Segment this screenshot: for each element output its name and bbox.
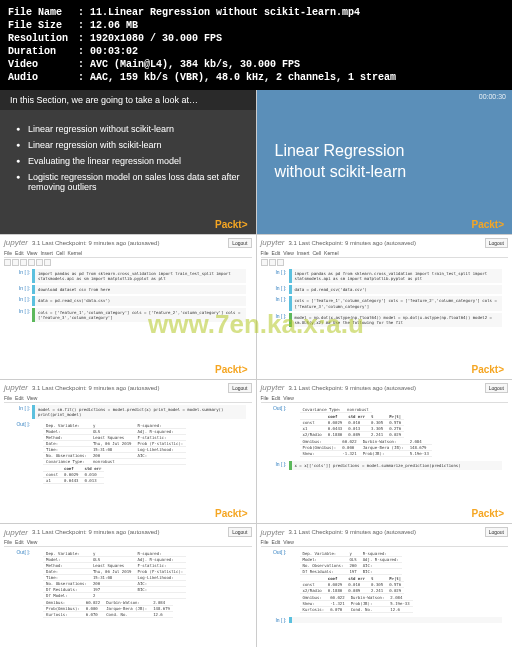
- code-cell[interactable]: In [ ]: model = sm.fit() predictions = m…: [10, 405, 246, 419]
- cell-body[interactable]: x = x[['cols']] predictions = model.summ…: [289, 461, 503, 470]
- menu-item[interactable]: Edit: [15, 539, 24, 545]
- output-cell: Out[ ]: Dep. Variable:yR-squared: Model:…: [10, 549, 246, 620]
- menu-item[interactable]: File: [4, 539, 12, 545]
- cell-prompt: In [ ]:: [10, 269, 32, 283]
- cell-body[interactable]: [289, 617, 503, 623]
- jupyter-header: jupyter 3.1 Last Checkpoint: 9 minutes a…: [4, 527, 252, 537]
- code-cell[interactable]: In [ ]: cols = ['feature_1','column_cate…: [10, 308, 246, 322]
- thumbnail-jupyter-6[interactable]: jupyter 3.1 Last Checkpoint: 9 minutes a…: [257, 524, 513, 647]
- copy-icon[interactable]: [28, 259, 35, 266]
- menu-item[interactable]: File: [261, 539, 269, 545]
- thumbnail-jupyter-2[interactable]: jupyter 3.1 Last Checkpoint: 9 minutes a…: [257, 235, 513, 379]
- thumbnail-jupyter-3[interactable]: jupyter 3.1 Last Checkpoint: 9 minutes a…: [0, 380, 256, 524]
- packt-logo: Packt>: [471, 508, 504, 519]
- menu-item[interactable]: Kernel: [324, 250, 338, 256]
- add-cell-icon[interactable]: [12, 259, 19, 266]
- thumbnail-jupyter-1[interactable]: jupyter 3.1 Last Checkpoint: 9 minutes a…: [0, 235, 256, 379]
- menu-item[interactable]: View: [27, 250, 38, 256]
- menu-item[interactable]: View: [283, 395, 294, 401]
- cell-body[interactable]: import pandas as pd from sklearn.cross_v…: [289, 269, 503, 283]
- menu-item[interactable]: View: [27, 539, 38, 545]
- code-cell[interactable]: In [ ]: import pandas as pd from sklearn…: [267, 269, 503, 283]
- cell-body[interactable]: model = np.dot(x.astype(np.float64)) mod…: [289, 313, 503, 327]
- packt-logo: Packt>: [215, 364, 248, 375]
- code-cell[interactable]: In [ ]: import pandas as pd from sklearn…: [10, 269, 246, 283]
- label-video: Video: [8, 58, 72, 71]
- label-audio: Audio: [8, 71, 72, 84]
- ols-summary-table: Dep. Variable:yR-squared: Model:OLSAdj. …: [43, 423, 186, 465]
- logout-button[interactable]: Logout: [228, 383, 251, 393]
- logout-button[interactable]: Logout: [485, 383, 508, 393]
- menu-item[interactable]: Edit: [15, 250, 24, 256]
- ols-coef-table: coefstd errtP>|t| const0.00290.0100.3050…: [300, 414, 405, 438]
- menu-item[interactable]: View: [283, 250, 294, 256]
- label-resolution: Resolution: [8, 32, 72, 45]
- menu-item[interactable]: Edit: [272, 395, 281, 401]
- ols-coef-table: coefstd errtP>|t| const0.00290.0100.3050…: [300, 576, 405, 594]
- cell-body[interactable]: data = pd.read_csv('data.csv'): [289, 285, 503, 294]
- ols-coef-table: coefstd err const0.00290.010 x10.04430.0…: [43, 466, 104, 484]
- code-cell[interactable]: In [ ]: data = pd.read_csv('data.csv'): [10, 296, 246, 305]
- code-cell[interactable]: In [ ]: cols = ['feature_1','column_cate…: [267, 296, 503, 310]
- title-line-1: Linear Regression: [275, 141, 495, 162]
- add-cell-icon[interactable]: [269, 259, 276, 266]
- cell-prompt: Out[ ]:: [10, 421, 32, 486]
- code-cell[interactable]: In [ ]: data = pd.read_csv('data.csv'): [267, 285, 503, 294]
- logout-button[interactable]: Logout: [228, 527, 251, 537]
- menu-item[interactable]: File: [261, 395, 269, 401]
- jupyter-filename: 3.1 Last Checkpoint: 9 minutes ago (auto…: [32, 385, 159, 391]
- run-icon[interactable]: [277, 259, 284, 266]
- jupyter-menubar: File Edit View Insert Cell Kernel: [261, 250, 509, 258]
- value-filename: 11.Linear Regression without scikit-lear…: [90, 7, 360, 18]
- save-icon[interactable]: [261, 259, 268, 266]
- code-cell[interactable]: In [ ]:: [267, 617, 503, 623]
- cell-body[interactable]: download dataset csv from here: [32, 285, 246, 294]
- jupyter-logo: jupyter: [4, 528, 28, 537]
- code-cell[interactable]: In [ ]: model = np.dot(x.astype(np.float…: [267, 313, 503, 327]
- logout-button[interactable]: Logout: [485, 238, 508, 248]
- code-cell[interactable]: In [ ]: x = x[['cols']] predictions = mo…: [267, 461, 503, 470]
- jupyter-header: jupyter 3.1 Last Checkpoint: 9 minutes a…: [261, 383, 509, 393]
- output-cell: Out[ ]: Dep. Variable:yR-squared: Model:…: [10, 421, 246, 486]
- file-info-row: Resolution : 1920x1080 / 30.000 FPS: [8, 32, 504, 45]
- thumbnail-overview[interactable]: In this Section, we are going to take a …: [0, 90, 256, 234]
- cell-body[interactable]: import pandas as pd from sklearn.cross_v…: [32, 269, 246, 283]
- cell-body[interactable]: data = pd.read_csv('data.csv'): [32, 296, 246, 305]
- jupyter-filename: 3.1 Last Checkpoint: 9 minutes ago (auto…: [32, 529, 159, 535]
- cell-body[interactable]: cols = ['feature_1','column_category'] c…: [32, 308, 246, 322]
- cell-prompt: In [ ]:: [267, 461, 289, 470]
- jupyter-menubar: File Edit View: [4, 539, 252, 547]
- menu-item[interactable]: Edit: [272, 539, 281, 545]
- cell-output: Dep. Variable:yR-squared: Model:OLSAdj. …: [32, 549, 246, 620]
- menu-item[interactable]: Cell: [312, 250, 321, 256]
- cell-body[interactable]: model = sm.fit() predictions = model.pre…: [32, 405, 246, 419]
- menu-item[interactable]: Cell: [56, 250, 65, 256]
- cell-body[interactable]: cols = ['feature_1','column_category'] c…: [289, 296, 503, 310]
- code-cell[interactable]: In [ ]: download dataset csv from here: [10, 285, 246, 294]
- cell-prompt: In [ ]:: [10, 405, 32, 419]
- menu-item[interactable]: Kernel: [68, 250, 82, 256]
- menu-item[interactable]: View: [283, 539, 294, 545]
- menu-item[interactable]: File: [261, 250, 269, 256]
- overview-header: In this Section, we are going to take a …: [0, 90, 256, 110]
- jupyter-toolbar: [4, 259, 252, 266]
- logout-button[interactable]: Logout: [485, 527, 508, 537]
- cut-icon[interactable]: [20, 259, 27, 266]
- menu-item[interactable]: File: [4, 395, 12, 401]
- thumbnail-title[interactable]: 00:00:30 Linear Regression without sciki…: [257, 90, 513, 234]
- menu-item[interactable]: Edit: [272, 250, 281, 256]
- cell-output: Dep. Variable:yR-squared: Model:OLSAdj. …: [32, 421, 246, 486]
- run-icon[interactable]: [44, 259, 51, 266]
- thumbnail-jupyter-5[interactable]: jupyter 3.1 Last Checkpoint: 9 minutes a…: [0, 524, 256, 647]
- save-icon[interactable]: [4, 259, 11, 266]
- menu-item[interactable]: Edit: [15, 395, 24, 401]
- menu-item[interactable]: Insert: [40, 250, 53, 256]
- paste-icon[interactable]: [36, 259, 43, 266]
- menu-item[interactable]: View: [27, 395, 38, 401]
- thumbnail-jupyter-4[interactable]: jupyter 3.1 Last Checkpoint: 9 minutes a…: [257, 380, 513, 524]
- menu-item[interactable]: File: [4, 250, 12, 256]
- logout-button[interactable]: Logout: [228, 238, 251, 248]
- menu-item[interactable]: Insert: [297, 250, 310, 256]
- ols-diag-table: Omnibus:60.022Durbin-Watson:2.084 Prob(O…: [43, 600, 173, 618]
- jupyter-menubar: File Edit View: [4, 395, 252, 403]
